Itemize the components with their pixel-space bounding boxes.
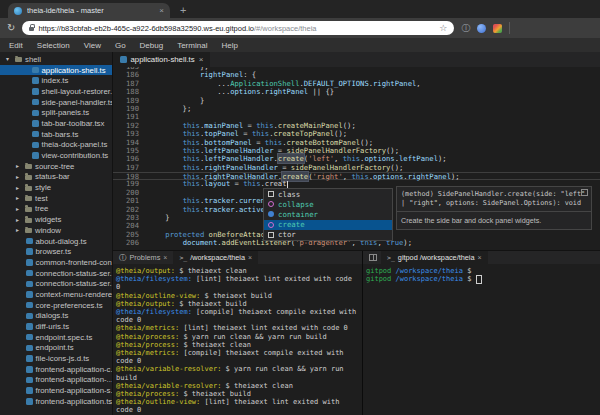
suggestion-create[interactable]: create	[264, 220, 392, 230]
browser-toolbar: ↻ https://b83cbfab-eb2b-465c-a922-6db598…	[0, 18, 600, 38]
chevron-right-icon: ▸	[16, 163, 22, 169]
terminal-package-prefix: @theia/process:	[116, 390, 179, 398]
menu-item-view[interactable]: View	[77, 41, 108, 50]
menu-item-selection[interactable]: Selection	[30, 41, 77, 50]
docs-toggle-icon[interactable]	[581, 189, 588, 196]
terminal-package-prefix: @theia/output:	[116, 300, 175, 308]
tree-file-item[interactable]: file-icons-js.d.ts	[0, 353, 112, 364]
file-explorer[interactable]: ▾shellapplication-shell.tsindex.tsshell-…	[0, 52, 113, 415]
tree-folder-item[interactable]: ▸source-tree	[0, 161, 112, 172]
tree-file-item[interactable]: frontend-application.ts	[0, 396, 112, 407]
tree-file-item[interactable]: tab-bars.ts	[0, 129, 112, 140]
tree-file-item[interactable]: split-panels.ts	[0, 107, 112, 118]
method-signature: (method) SidePanelHandler.create(side: "…	[401, 190, 587, 207]
menu-item-go[interactable]: Go	[108, 41, 133, 50]
tree-file-item[interactable]: shell-layout-restorer.ts	[0, 86, 112, 97]
terminal-line: @theia/output: $ theiaext build	[116, 300, 359, 308]
terminal-prompt-line: gitpod /workspace/theia $	[366, 267, 597, 275]
tree-folder-item[interactable]: ▸test	[0, 193, 112, 204]
tree-file-item[interactable]: endpoint.spec.ts	[0, 332, 112, 343]
method-symbol-icon	[268, 222, 274, 228]
panel-tab--workspace-theia[interactable]: >_/workspace/theia×	[173, 251, 258, 264]
gitpod-extension-icon[interactable]	[493, 24, 502, 33]
tree-file-item[interactable]: application-shell.ts	[0, 65, 112, 76]
method-doc: Create the side bar and dock panel widge…	[401, 216, 587, 225]
ts-file-icon	[32, 67, 39, 74]
menu-item-debug[interactable]: Debug	[133, 41, 171, 50]
tree-file-item[interactable]: dialogs.ts	[0, 311, 112, 322]
new-tab-button[interactable]: +	[180, 5, 186, 16]
tree-item-label: index.ts	[42, 76, 69, 85]
tree-file-item[interactable]: tab-bar-toolbar.tsx	[0, 118, 112, 129]
terminal-package-prefix: @theia/output:	[116, 267, 175, 275]
suggestion-class[interactable]: class	[264, 189, 392, 199]
tree-folder-item[interactable]: ▸widgets	[0, 214, 112, 225]
suggestion-collapse[interactable]: collapse	[264, 199, 392, 209]
tree-file-item[interactable]: browser.ts	[0, 246, 112, 257]
panel-tab-problems[interactable]: ⓘProblems×	[113, 251, 173, 264]
tab-close-icon[interactable]: ×	[159, 7, 164, 15]
tree-item-label: application-shell.ts	[42, 66, 106, 75]
tree-file-item[interactable]: frontend-application-c...	[0, 364, 112, 375]
tree-file-item[interactable]: diff-uris.ts	[0, 321, 112, 332]
split-terminal-icon[interactable]	[369, 254, 377, 261]
ts-file-icon	[32, 110, 39, 117]
folder-icon	[25, 164, 32, 169]
tree-folder-item[interactable]: ▸status-bar	[0, 172, 112, 183]
reload-icon[interactable]: ↻	[7, 23, 15, 33]
ts-file-icon	[26, 355, 33, 362]
ts-file-icon	[32, 142, 39, 149]
menu-item-help[interactable]: Help	[214, 41, 244, 50]
terminal-tab-close-icon[interactable]: ×	[478, 254, 482, 261]
tree-folder-item[interactable]: ▸window	[0, 225, 112, 236]
tree-item-label: common-frontend-con...	[36, 258, 113, 267]
tree-file-item[interactable]: theia-dock-panel.ts	[0, 140, 112, 151]
tree-file-item[interactable]: connection-status-ser...	[0, 278, 112, 289]
terminal-line: @theia/metrics: [lint] theiaext lint exi…	[116, 324, 359, 332]
panel-tab-close-icon[interactable]: ×	[248, 254, 252, 261]
tree-file-item[interactable]: view-contribution.ts	[0, 150, 112, 161]
ts-file-icon	[26, 270, 33, 277]
info-icon[interactable]: ⓘ	[461, 24, 470, 33]
browser-tab-title: theia-ide/theia - master	[27, 6, 154, 15]
tree-file-item[interactable]: endpoint.ts	[0, 343, 112, 354]
tree-item-label: source-tree	[35, 162, 74, 171]
chevron-down-icon: ▾	[6, 56, 12, 62]
terminal-tab-gitpod[interactable]: >_ gitpod /workspace/theia ×	[381, 251, 488, 264]
gitpod-terminal[interactable]: gitpod /workspace/theia $ gitpod /worksp…	[363, 264, 600, 415]
tree-folder-item[interactable]: ▾shell	[0, 54, 112, 65]
suggestion-label: container	[278, 210, 318, 219]
tree-file-item[interactable]: frontend-application-...	[0, 375, 112, 386]
tree-file-item[interactable]: core-preferences.ts	[0, 300, 112, 311]
suggestion-container[interactable]: container	[264, 209, 392, 219]
suggestion-ctor[interactable]: ctor	[264, 230, 392, 240]
menu-item-terminal[interactable]: Terminal	[170, 41, 214, 50]
tree-folder-item[interactable]: ▸style	[0, 182, 112, 193]
prompt-path: /workspace/theia	[396, 276, 463, 284]
extension-icon[interactable]	[477, 24, 486, 33]
tree-file-item[interactable]: context-menu-rendere...	[0, 289, 112, 300]
address-bar[interactable]: https://b83cbfab-eb2b-465c-a922-6db598a3…	[22, 21, 454, 35]
terminal-line-text: [lint] theiaext lint exited with code 0	[179, 324, 348, 332]
editor-tab[interactable]: application-shell.ts ×	[113, 52, 210, 67]
bookmark-star-icon[interactable]: ☆	[439, 24, 447, 33]
tree-file-item[interactable]: index.ts	[0, 75, 112, 86]
tree-file-item[interactable]: common-frontend-con...	[0, 257, 112, 268]
panel-tab-close-icon[interactable]: ×	[163, 254, 167, 261]
build-terminal[interactable]: @theia/output: $ theiaext clean@theia/fi…	[113, 264, 362, 415]
editor-tab-close-icon[interactable]: ×	[199, 55, 204, 64]
tree-item-label: frontend-application-...	[36, 375, 113, 384]
menu-item-edit[interactable]: Edit	[2, 41, 30, 50]
browser-tab[interactable]: theia-ide/theia - master ×	[8, 3, 170, 18]
ts-file-icon	[26, 281, 33, 288]
terminal-line-text: $ theiaext clean	[179, 341, 251, 349]
tree-file-item[interactable]: about-dialog.ts	[0, 236, 112, 247]
tree-file-item[interactable]: side-panel-handler.ts	[0, 97, 112, 108]
tree-file-item[interactable]: frontend-application-s...	[0, 385, 112, 396]
tree-folder-item[interactable]: ▸tree	[0, 204, 112, 215]
terminal-line: @theia/filesystem: [compile] theiaext co…	[116, 308, 359, 324]
tree-item-label: frontend-application-c...	[36, 365, 113, 374]
tree-file-item[interactable]: connection-status-ser...	[0, 268, 112, 279]
bottom-tab-bar-right: >_ gitpod /workspace/theia ×	[363, 251, 600, 264]
editor-tab-label: application-shell.ts	[131, 55, 195, 64]
